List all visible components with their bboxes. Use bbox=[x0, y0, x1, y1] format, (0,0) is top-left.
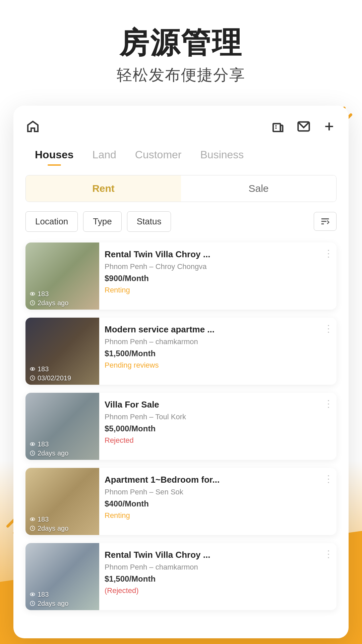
clock-icon bbox=[29, 450, 36, 456]
rent-sale-toggle: Rent Sale bbox=[25, 175, 337, 202]
tab-houses[interactable]: Houses bbox=[25, 146, 83, 166]
listing-image: 183 2days ago bbox=[25, 468, 99, 535]
image-overlay: 183 2days ago bbox=[25, 588, 99, 610]
listing-price: $1,500/Month bbox=[105, 349, 331, 358]
top-nav bbox=[25, 119, 337, 134]
location-filter-button[interactable]: Location bbox=[25, 211, 78, 232]
time-ago: 2days ago bbox=[29, 525, 95, 532]
view-count: 183 bbox=[29, 440, 95, 448]
sort-icon bbox=[320, 216, 330, 226]
listing-details: ⋮ Modern service apartme ... Phnom Penh … bbox=[99, 318, 337, 385]
time-ago: 2days ago bbox=[29, 600, 95, 607]
mail-icon bbox=[297, 120, 310, 133]
svg-point-13 bbox=[32, 368, 33, 370]
eye-icon bbox=[29, 291, 36, 297]
messages-nav-button[interactable] bbox=[296, 119, 311, 134]
category-tabs: Houses Land Customer Business bbox=[25, 146, 337, 166]
listing-price: $5,000/Month bbox=[105, 424, 331, 433]
svg-rect-0 bbox=[273, 123, 281, 131]
home-icon bbox=[26, 120, 40, 133]
listing-image: 183 2days ago bbox=[25, 543, 99, 610]
listing-nav-button[interactable] bbox=[271, 119, 286, 134]
status-filter-button[interactable]: Status bbox=[127, 211, 171, 232]
listing-title: Rental Twin Villa Chroy ... bbox=[105, 249, 331, 260]
view-count: 183 bbox=[29, 591, 95, 598]
type-filter-button[interactable]: Type bbox=[83, 211, 121, 232]
listing-location: Phnom Penh – Chroy Chongva bbox=[105, 262, 331, 271]
image-overlay: 183 2days ago bbox=[25, 513, 99, 535]
listing-details: ⋮ Rental Twin Villa Chroy ... Phnom Penh… bbox=[99, 543, 337, 610]
list-item: 183 2days ago ⋮ Rental Twin Villa Chroy … bbox=[25, 243, 337, 310]
tab-business[interactable]: Business bbox=[191, 146, 253, 166]
image-overlay: 183 03/02/2019 bbox=[25, 363, 99, 385]
image-overlay: 183 2days ago bbox=[25, 438, 99, 460]
more-options-button[interactable]: ⋮ bbox=[324, 323, 333, 334]
listing-status: (Rejected) bbox=[105, 586, 331, 595]
app-card: Houses Land Customer Business Rent Sale … bbox=[13, 106, 349, 638]
listing-price: $400/Month bbox=[105, 499, 331, 508]
svg-point-19 bbox=[32, 519, 33, 520]
list-item: 183 2days ago ⋮ Villa For Sale Phnom Pen… bbox=[25, 393, 337, 460]
listing-image: 183 2days ago bbox=[25, 393, 99, 460]
listing-title: Modern service apartme ... bbox=[105, 324, 331, 335]
more-options-button[interactable]: ⋮ bbox=[324, 398, 333, 409]
svg-point-10 bbox=[32, 293, 33, 294]
eye-icon bbox=[29, 441, 36, 447]
add-nav-button[interactable] bbox=[322, 119, 337, 134]
filter-row: Location Type Status bbox=[25, 211, 337, 232]
sort-button[interactable] bbox=[314, 212, 337, 231]
clock-icon bbox=[29, 600, 36, 606]
listing-details: ⋮ Rental Twin Villa Chroy ... Phnom Penh… bbox=[99, 243, 337, 310]
listing-title: Villa For Sale bbox=[105, 399, 331, 410]
sale-button[interactable]: Sale bbox=[181, 175, 336, 202]
listing-status: Renting bbox=[105, 511, 331, 520]
eye-icon bbox=[29, 516, 36, 522]
page-title: 房源管理 bbox=[13, 27, 349, 59]
eye-icon bbox=[29, 366, 36, 372]
eye-icon bbox=[29, 591, 36, 597]
clock-icon bbox=[29, 525, 36, 531]
more-options-button[interactable]: ⋮ bbox=[324, 548, 333, 559]
listing-image: 183 2days ago bbox=[25, 243, 99, 310]
time-ago: 03/02/2019 bbox=[29, 374, 95, 382]
listing-details: ⋮ Apartment 1~Bedroom for... Phnom Penh … bbox=[99, 468, 337, 535]
listing-location: Phnom Penh – Toul Kork bbox=[105, 413, 331, 421]
listing-location: Phnom Penh – chamkarmon bbox=[105, 337, 331, 346]
listing-price: $900/Month bbox=[105, 274, 331, 283]
listing-status: Rejected bbox=[105, 436, 331, 445]
listings-container: 183 2days ago ⋮ Rental Twin Villa Chroy … bbox=[25, 243, 337, 610]
tab-land[interactable]: Land bbox=[83, 146, 126, 166]
listing-status: Pending reviews bbox=[105, 361, 331, 370]
listing-image: 183 03/02/2019 bbox=[25, 318, 99, 385]
listing-title: Apartment 1~Bedroom for... bbox=[105, 475, 331, 485]
view-count: 183 bbox=[29, 365, 95, 373]
list-item: 183 2days ago ⋮ Apartment 1~Bedroom for.… bbox=[25, 468, 337, 535]
svg-point-22 bbox=[32, 594, 33, 595]
listing-location: Phnom Penh – Sen Sok bbox=[105, 488, 331, 496]
listing-status: Renting bbox=[105, 286, 331, 294]
clock-icon bbox=[29, 375, 36, 381]
list-item: 183 03/02/2019 ⋮ Modern service apartme … bbox=[25, 318, 337, 385]
tab-customer[interactable]: Customer bbox=[126, 146, 191, 166]
image-overlay: 183 2days ago bbox=[25, 287, 99, 310]
listing-price: $1,500/Month bbox=[105, 574, 331, 584]
building-icon bbox=[272, 120, 285, 133]
view-count: 183 bbox=[29, 516, 95, 523]
header-section: 房源管理 轻松发布便捷分享 bbox=[13, 27, 349, 86]
more-options-button[interactable]: ⋮ bbox=[324, 248, 333, 259]
listing-location: Phnom Penh – chamkarmon bbox=[105, 563, 331, 572]
rent-button[interactable]: Rent bbox=[26, 175, 181, 202]
more-options-button[interactable]: ⋮ bbox=[324, 473, 333, 484]
nav-right-icons bbox=[271, 119, 337, 134]
time-ago: 2days ago bbox=[29, 449, 95, 457]
time-ago: 2days ago bbox=[29, 299, 95, 307]
listing-details: ⋮ Villa For Sale Phnom Penh – Toul Kork … bbox=[99, 393, 337, 460]
list-item: 183 2days ago ⋮ Rental Twin Villa Chroy … bbox=[25, 543, 337, 610]
home-nav-button[interactable] bbox=[25, 119, 40, 134]
svg-point-16 bbox=[32, 443, 33, 445]
plus-icon bbox=[322, 120, 336, 133]
view-count: 183 bbox=[29, 290, 95, 298]
listing-title: Rental Twin Villa Chroy ... bbox=[105, 550, 331, 560]
clock-icon bbox=[29, 300, 36, 306]
page-subtitle: 轻松发布便捷分享 bbox=[13, 65, 349, 86]
